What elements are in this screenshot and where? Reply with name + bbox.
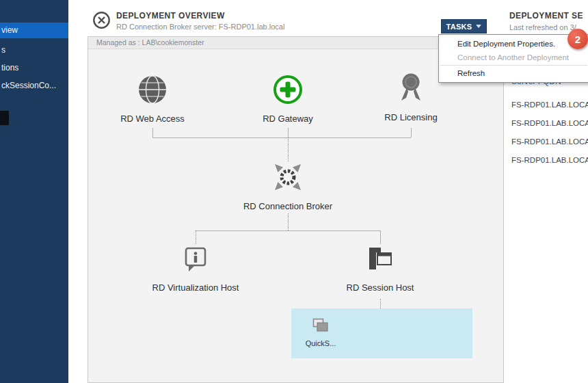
sidebar-item-label: s [1, 45, 5, 55]
sidebar-item-label: ckSessionCo... [1, 81, 56, 90]
tasks-button-label: TASKS [446, 23, 472, 31]
last-refreshed-text: Last refreshed on 3/ [509, 23, 576, 31]
node-rd-web-access: RD Web Access [105, 74, 200, 124]
callout-badge-2: 2 [567, 29, 588, 49]
chevron-down-icon [476, 25, 481, 28]
node-rd-gateway: RD Gateway [240, 74, 336, 124]
menu-item-edit-deployment-properties[interactable]: Edit Deployment Properties. [439, 37, 588, 51]
node-label: RD Web Access [120, 114, 185, 124]
connector-line [288, 137, 289, 161]
add-gateway-icon[interactable] [272, 74, 304, 105]
collection-label: QuickS... [304, 339, 338, 347]
server-manager-window: view s tions ckSessionCo... DEPLOYMENT O… [0, 0, 588, 383]
connector-line [196, 230, 380, 231]
connector-line [288, 128, 289, 137]
node-rd-virtualization-host: RD Virtualization Host [131, 244, 260, 293]
connector-line [380, 299, 381, 308]
sidebar-item-label: view [1, 25, 18, 35]
sidebar-item-quicksessioncollection[interactable]: ckSessionCo... [0, 78, 68, 93]
server-row[interactable]: FS-RDP01.LAB.LOCAL [511, 137, 588, 146]
menu-separator [440, 65, 587, 66]
session-host-icon[interactable] [364, 244, 396, 274]
node-label: RD Gateway [263, 114, 313, 124]
page-subtitle: RD Connection Broker server: FS-RDP01.la… [116, 23, 284, 31]
node-label: RD Virtualization Host [152, 282, 239, 293]
node-rd-connection-broker: RD Connection Broker [226, 161, 349, 211]
license-ribbon-icon[interactable] [396, 72, 426, 104]
virtualization-host-icon[interactable] [181, 244, 211, 274]
connection-broker-icon[interactable] [272, 161, 304, 193]
server-row[interactable]: FS-RDP01.LAB.LOCAL [511, 119, 588, 127]
connector-line [152, 128, 153, 137]
globe-icon[interactable] [137, 74, 168, 105]
sidebar-item-label: tions [1, 63, 18, 72]
sidebar-item-overview[interactable]: view [0, 23, 68, 38]
sidebar-item-servers[interactable]: s [0, 42, 68, 57]
collection-inner: QuickS... [304, 317, 338, 347]
connector-line [288, 213, 289, 230]
collection-servers-icon [312, 324, 330, 336]
connector-line [380, 230, 381, 244]
server-row[interactable]: FS-RDP01.LAB.LOCAL [511, 156, 588, 164]
connector-line [196, 230, 196, 244]
sidebar-clipped-icon [0, 111, 9, 125]
server-row[interactable]: FS-RDP01.LAB.LOCAL [511, 101, 588, 109]
node-label: RD Session Host [347, 282, 414, 293]
menu-item-connect-to-another-deployment[interactable]: Connect to Another Deployment [439, 51, 588, 64]
deployment-overview-icon [92, 11, 111, 32]
node-label: RD Licensing [384, 112, 437, 122]
connector-line [152, 137, 411, 138]
connector-line [411, 128, 412, 137]
sidebar-item-collections[interactable]: tions [0, 60, 68, 75]
menu-item-refresh[interactable]: Refresh [439, 66, 588, 80]
page-title: DEPLOYMENT OVERVIEW [116, 11, 225, 21]
sidebar: view s tions ckSessionCo... [0, 0, 68, 383]
node-label: RD Connection Broker [243, 201, 332, 211]
node-rd-session-host: RD Session Host [325, 244, 435, 293]
tasks-dropdown-menu: Edit Deployment Properties. Connect to A… [438, 34, 588, 83]
deployment-diagram: Managed as : LAB\cookiemonster RD Web Ac [88, 36, 504, 383]
deployment-servers-title: DEPLOYMENT SE [509, 11, 583, 21]
quick-session-collection-tile[interactable]: QuickS... 1 [291, 308, 472, 358]
tasks-button[interactable]: TASKS [441, 19, 487, 34]
